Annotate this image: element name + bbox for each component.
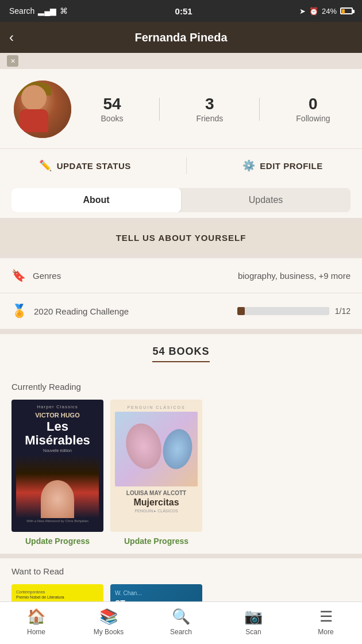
currently-reading-books: Harper Classics VICTOR HUGO LesMisérable…: [11, 400, 351, 546]
status-left: Search ▂▄▆ ⌘: [9, 6, 68, 16]
update-progress-les-mis[interactable]: Update Progress: [25, 536, 90, 546]
tell-us-banner[interactable]: TELL US ABOUT YOURSELF: [0, 223, 362, 254]
books-header: 54 BOOKS: [0, 334, 362, 374]
progress-bar-bg: [237, 307, 329, 315]
edit-profile-button[interactable]: ⚙️ EDIT PROFILE: [242, 159, 323, 172]
tab-updates[interactable]: Updates: [181, 188, 351, 212]
pencil-icon: ✏️: [39, 159, 52, 172]
saramago-series: Contemporánea: [16, 590, 99, 594]
friends-label: Friends: [197, 114, 224, 123]
update-status-label: UPDATE STATUS: [57, 161, 131, 171]
stat-following[interactable]: 0 Following: [296, 95, 330, 124]
saramago-award: Premio Nobel de Literatura: [16, 595, 99, 599]
battery-label: 24%: [322, 7, 337, 16]
les-mis-title: LesMisérables: [25, 420, 90, 447]
back-button[interactable]: ‹: [9, 29, 14, 45]
nav-item-scan[interactable]: 📷 Scan: [217, 608, 290, 636]
nav-item-search[interactable]: 🔍 Search: [145, 608, 217, 636]
location-icon: ➤: [299, 7, 306, 16]
nav-item-home[interactable]: 🏠 Home: [0, 608, 72, 636]
shelf-divider: [0, 554, 362, 558]
camera-icon: 📷: [244, 608, 263, 626]
bottom-nav: 🏠 Home 📚 My Books 🔍 Search 📷 Scan ☰ More: [0, 601, 362, 644]
status-right: ➤ ⏰ 24%: [299, 7, 353, 16]
action-buttons: ✏️ UPDATE STATUS ⚙️ EDIT PROFILE: [0, 148, 362, 182]
search-icon: 🔍: [172, 608, 190, 626]
mujercitas-series: Penguin Clásicos: [127, 405, 185, 409]
genres-value: biography, business, +9 more: [238, 271, 351, 281]
mujercitas-title: Mujercitas: [133, 497, 179, 508]
page-header: ‹ Fernanda Pineda: [0, 22, 362, 53]
gear-icon: ⚙️: [242, 159, 256, 172]
avatar-image: [14, 80, 71, 138]
alarm-icon: ⏰: [309, 7, 318, 16]
currently-reading-label: Currently Reading: [11, 382, 351, 392]
status-bar: Search ▂▄▆ ⌘ 0:51 ➤ ⏰ 24%: [0, 0, 362, 22]
avatar-head: [21, 85, 47, 110]
challenge-progress: 1/12: [237, 306, 351, 316]
carrier-label: Search: [9, 6, 34, 16]
medal-icon: 🏅: [11, 304, 27, 319]
avatar-body: [20, 109, 48, 132]
battery-fill: [342, 9, 345, 14]
challenge-label: 2020 Reading Challenge: [34, 306, 129, 316]
update-status-button[interactable]: ✏️ UPDATE STATUS: [39, 159, 131, 172]
les-mis-author: VICTOR HUGO: [35, 412, 79, 419]
books-count: 54: [101, 95, 124, 113]
battery-icon: [340, 7, 353, 14]
les-mis-bottom: With a New Afterword by Chris Bohjalian: [26, 519, 88, 523]
les-mis-subtitle: Nouvelle édition: [43, 448, 72, 453]
books-label: Books: [101, 114, 124, 123]
ad-close-button[interactable]: ✕: [7, 55, 18, 67]
les-mis-art: [16, 455, 99, 518]
nav-mybooks-label: My Books: [94, 628, 124, 636]
currently-reading-section: Currently Reading Harper Classics VICTOR…: [0, 374, 362, 554]
profile-section: 54 Books 3 Friends 0 Following: [0, 69, 362, 148]
action-divider: [186, 157, 187, 174]
section-divider-3: [0, 329, 362, 334]
tab-about[interactable]: About: [11, 188, 181, 212]
book-card-les-mis[interactable]: Harper Classics VICTOR HUGO LesMisérable…: [11, 400, 103, 546]
tell-us-text: TELL US ABOUT YOURSELF: [116, 233, 247, 243]
challenge-row[interactable]: 🏅 2020 Reading Challenge 1/12: [0, 293, 362, 329]
nav-scan-label: Scan: [245, 628, 261, 636]
progress-bar-fill: [237, 307, 245, 315]
tabs-container: About Updates: [0, 182, 362, 218]
status-time: 0:51: [175, 6, 192, 16]
nav-search-label: Search: [170, 628, 192, 636]
tabs: About Updates: [11, 188, 351, 212]
page-title: Fernanda Pineda: [134, 31, 227, 44]
book-cover-mujercitas: Penguin Clásicos LOUISA MAY ALCOTT Mujer…: [110, 400, 202, 532]
progress-text: 1/12: [335, 306, 351, 316]
genres-row[interactable]: 🔖 Genres biography, business, +9 more: [0, 258, 362, 293]
stat-friends[interactable]: 3 Friends: [197, 95, 224, 124]
bookmark-icon: 🔖: [11, 269, 26, 282]
edit-profile-label: EDIT PROFILE: [260, 161, 322, 171]
home-icon: 🏠: [27, 608, 45, 626]
book-cover-les-mis: Harper Classics VICTOR HUGO LesMisérable…: [11, 400, 103, 532]
mujercitas-publisher: PENGUIN ▸ CLÁSICOS: [134, 509, 178, 513]
mujercitas-art: [115, 412, 198, 486]
ad-banner: ✕: [0, 53, 362, 69]
signal-icon: ▂▄▆: [38, 6, 56, 16]
stats-row: 54 Books 3 Friends 0 Following: [83, 95, 348, 124]
wifi-icon: ⌘: [60, 6, 68, 16]
avatar: [14, 80, 71, 138]
section-divider-1: [0, 218, 362, 223]
nav-more-label: More: [318, 628, 333, 636]
book-card-mujercitas[interactable]: Penguin Clásicos LOUISA MAY ALCOTT Mujer…: [110, 400, 202, 546]
following-count: 0: [296, 95, 330, 113]
info-section: 🔖 Genres biography, business, +9 more 🏅 …: [0, 258, 362, 329]
nav-item-mybooks[interactable]: 📚 My Books: [72, 608, 145, 636]
les-mis-series: Harper Classics: [37, 404, 78, 409]
stat-books[interactable]: 54 Books: [101, 95, 124, 124]
friends-count: 3: [197, 95, 224, 113]
nav-home-label: Home: [27, 628, 45, 636]
genres-label: Genres: [33, 271, 61, 281]
books-count-label: 54 BOOKS: [152, 346, 209, 362]
books-icon: 📚: [99, 608, 118, 626]
want-to-read-label: Want to Read: [11, 566, 351, 576]
update-progress-mujercitas[interactable]: Update Progress: [124, 536, 188, 546]
nav-item-more[interactable]: ☰ More: [290, 608, 362, 636]
blue-author: W. Chan...: [115, 590, 198, 596]
